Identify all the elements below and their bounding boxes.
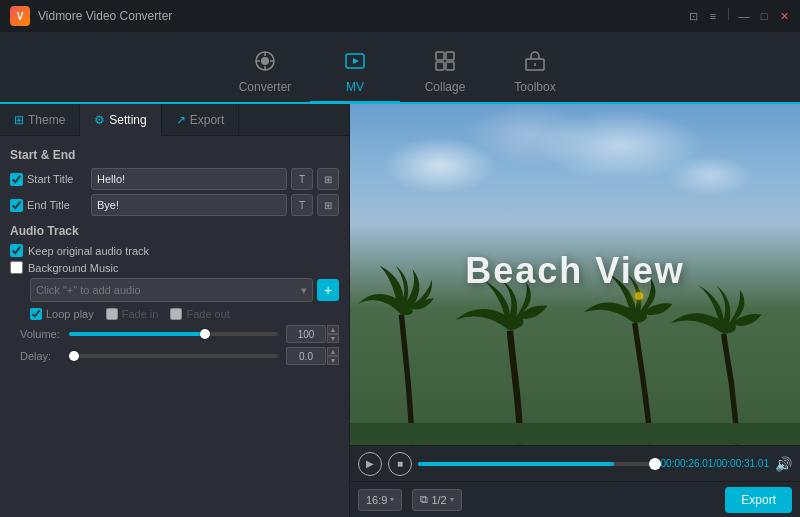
collage-icon [433, 49, 457, 76]
titlebar-menu[interactable]: ≡ [705, 8, 721, 24]
nav-mv[interactable]: MV [310, 42, 400, 104]
volume-fill [69, 332, 205, 336]
start-title-input[interactable] [91, 168, 287, 190]
delay-down-btn[interactable]: ▼ [327, 356, 339, 365]
audio-track-section: Audio Track Keep original audio track Ba… [10, 224, 339, 365]
volume-up-btn[interactable]: ▲ [327, 325, 339, 334]
volume-thumb[interactable] [200, 329, 210, 339]
keep-original-checkbox[interactable] [10, 244, 23, 257]
nav-collage-label: Collage [425, 80, 466, 94]
delay-value: 0.0 [286, 347, 326, 365]
end-title-grid-btn[interactable]: ⊞ [317, 194, 339, 216]
page-chevron: ▾ [450, 495, 454, 504]
nav-converter-label: Converter [239, 80, 292, 94]
bg-music-label: Background Music [28, 262, 119, 274]
keep-original-label: Keep original audio track [28, 245, 149, 257]
start-title-format-btn[interactable]: T [291, 168, 313, 190]
setting-tab-icon: ⚙ [94, 113, 105, 127]
main-area: ⊞ Theme ⚙ Setting ↗ Export Start & End S… [0, 104, 800, 517]
keep-original-row: Keep original audio track [10, 244, 339, 257]
fade-out-label: Fade out [170, 308, 229, 320]
palm-trees-svg [350, 206, 800, 445]
titlebar-restore[interactable]: □ [756, 8, 772, 24]
start-title-row: Start Title T ⊞ [10, 168, 339, 190]
progress-thumb[interactable] [649, 458, 661, 470]
export-tab-icon: ↗ [176, 113, 186, 127]
svg-rect-11 [446, 62, 454, 70]
svg-rect-8 [436, 52, 444, 60]
start-title-grid-btn[interactable]: ⊞ [317, 168, 339, 190]
delay-label: Delay: [20, 350, 65, 362]
ratio-chevron: ▾ [390, 495, 394, 504]
tab-export[interactable]: ↗ Export [162, 104, 240, 136]
loop-play-label: Loop play [30, 308, 94, 320]
audio-dropdown-arrow: ▾ [301, 284, 307, 297]
svg-rect-9 [446, 52, 454, 60]
bg-music-row: Background Music [10, 261, 339, 274]
tab-theme[interactable]: ⊞ Theme [0, 104, 80, 136]
end-title-input[interactable] [91, 194, 287, 216]
end-title-format-btn[interactable]: T [291, 194, 313, 216]
progress-slider[interactable] [418, 462, 655, 466]
titlebar-close[interactable]: ✕ [776, 8, 792, 24]
nav-converter[interactable]: Converter [220, 42, 310, 104]
tab-theme-label: Theme [28, 113, 65, 127]
audio-dropdown-text: Click "+" to add audio [36, 284, 141, 296]
titlebar-minimize[interactable]: — [736, 8, 752, 24]
volume-down-btn[interactable]: ▼ [327, 334, 339, 343]
titlebar-separator [728, 8, 729, 20]
delay-up-btn[interactable]: ▲ [327, 347, 339, 356]
bg-music-checkbox[interactable] [10, 261, 23, 274]
time-display: 00:00:26.01/00:00:31.01 [661, 458, 769, 469]
nav-collage[interactable]: Collage [400, 42, 490, 104]
right-panel: Beach View ▶ ■ 00:00:26.01/00:00:31.01 🔊… [350, 104, 800, 517]
bokeh-light [635, 292, 643, 300]
volume-label: Volume: [20, 328, 65, 340]
page-icon: ⧉ [420, 493, 428, 506]
start-end-title: Start & End [10, 148, 339, 162]
navbar: Converter MV Collage [0, 32, 800, 104]
delay-row: Delay: 0.0 ▲ ▼ [20, 347, 339, 365]
nav-toolbox[interactable]: Toolbox [490, 42, 580, 104]
end-title-label: End Title [27, 199, 87, 211]
volume-icon[interactable]: 🔊 [775, 456, 792, 472]
loop-row: Loop play Fade in Fade out [30, 308, 339, 320]
delay-thumb[interactable] [69, 351, 79, 361]
nav-mv-label: MV [346, 80, 364, 94]
svg-point-1 [261, 57, 269, 65]
tab-setting[interactable]: ⚙ Setting [80, 104, 161, 136]
volume-slider[interactable] [69, 332, 278, 336]
fade-in-checkbox[interactable] [106, 308, 118, 320]
nav-toolbox-label: Toolbox [514, 80, 555, 94]
theme-tab-icon: ⊞ [14, 113, 24, 127]
svg-marker-7 [353, 58, 359, 64]
fade-in-label: Fade in [106, 308, 159, 320]
export-button[interactable]: Export [725, 487, 792, 513]
delay-slider[interactable] [69, 354, 278, 358]
start-title-checkbox[interactable] [10, 173, 23, 186]
left-panel: ⊞ Theme ⚙ Setting ↗ Export Start & End S… [0, 104, 350, 517]
tab-export-label: Export [190, 113, 225, 127]
loop-play-checkbox[interactable] [30, 308, 42, 320]
mv-icon [343, 49, 367, 76]
titlebar-controls: ⊡ ≡ — □ ✕ [685, 8, 792, 24]
start-title-label: Start Title [27, 173, 87, 185]
page-select-btn[interactable]: ⧉ 1/2 ▾ [412, 489, 461, 511]
end-title-row: End Title T ⊞ [10, 194, 339, 216]
audio-file-dropdown[interactable]: Click "+" to add audio ▾ [30, 278, 313, 302]
stop-button[interactable]: ■ [388, 452, 412, 476]
playback-bar: ▶ ■ 00:00:26.01/00:00:31.01 🔊 [350, 445, 800, 481]
delay-spinner: ▲ ▼ [327, 347, 339, 365]
add-audio-btn[interactable]: + [317, 279, 339, 301]
volume-spinner: ▲ ▼ [327, 325, 339, 343]
page-label: 1/2 [431, 494, 446, 506]
aspect-ratio-btn[interactable]: 16:9 ▾ [358, 489, 402, 511]
progress-fill [418, 462, 614, 466]
svg-rect-10 [436, 62, 444, 70]
fade-out-checkbox[interactable] [170, 308, 182, 320]
play-button[interactable]: ▶ [358, 452, 382, 476]
end-title-checkbox[interactable] [10, 199, 23, 212]
titlebar-chat[interactable]: ⊡ [685, 8, 701, 24]
tab-setting-label: Setting [109, 113, 146, 127]
titlebar: V Vidmore Video Converter ⊡ ≡ — □ ✕ [0, 0, 800, 32]
